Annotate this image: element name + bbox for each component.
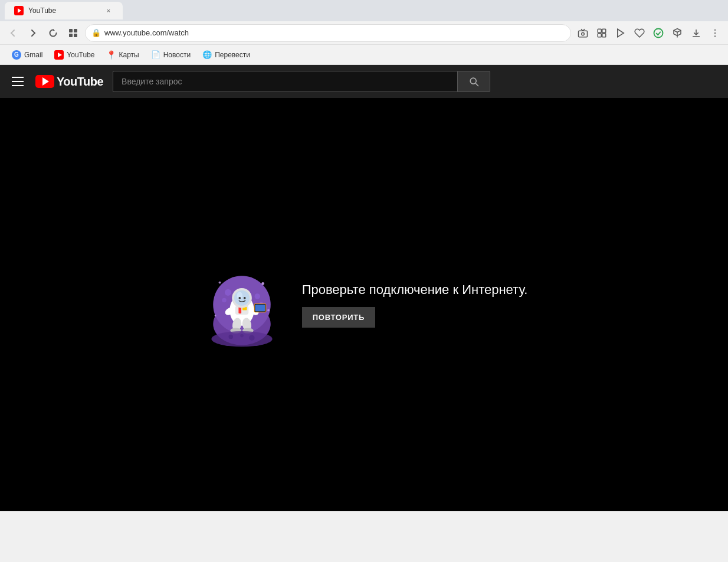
svg-rect-9: [598, 29, 601, 32]
youtube-search-input[interactable]: [113, 71, 457, 92]
error-container: Проверьте подключение к Интернету. ПОВТО…: [201, 260, 528, 349]
svg-point-39: [238, 297, 241, 299]
svg-point-30: [267, 309, 270, 312]
svg-point-29: [261, 282, 264, 285]
news-favicon: 📄: [151, 50, 160, 60]
error-text-block: Проверьте подключение к Интернету. ПОВТО…: [302, 282, 528, 328]
svg-point-24: [225, 289, 231, 296]
tab-favicon: [14, 6, 24, 15]
camera-icon-button[interactable]: [575, 25, 591, 41]
youtube-logo-text: YouTube: [57, 75, 103, 89]
hamburger-line-2: [12, 81, 24, 82]
youtube-logo-icon: [35, 75, 54, 88]
tab-title: YouTube: [28, 6, 56, 15]
svg-point-31: [214, 315, 216, 316]
browser-window: YouTube × 🔒: [0, 0, 728, 511]
tab-bar: YouTube ×: [0, 0, 728, 21]
svg-marker-13: [618, 29, 624, 37]
youtube-app: YouTube: [0, 65, 728, 511]
svg-line-17: [677, 30, 681, 32]
svg-point-52: [249, 335, 254, 341]
svg-point-51: [228, 335, 233, 339]
download-icon-button[interactable]: [688, 25, 704, 41]
heart-icon-button[interactable]: [631, 25, 648, 41]
svg-rect-5: [69, 34, 73, 37]
maps-favicon: 📍: [107, 50, 116, 60]
bookmark-news[interactable]: 📄 Новости: [146, 48, 195, 62]
bookmark-gmail[interactable]: G Gmail: [7, 48, 47, 62]
svg-point-26: [254, 293, 260, 299]
svg-line-16: [674, 30, 677, 32]
hamburger-line-1: [12, 77, 24, 78]
svg-rect-12: [602, 33, 606, 37]
svg-point-14: [654, 28, 663, 37]
back-button[interactable]: [5, 25, 21, 41]
bookmark-youtube-label: YouTube: [67, 51, 94, 59]
error-message: Проверьте подключение к Интернету.: [302, 282, 528, 298]
svg-rect-7: [579, 31, 588, 37]
youtube-favicon: [54, 50, 64, 60]
astronaut-illustration: [201, 260, 283, 349]
bookmarks-bar: G Gmail YouTube 📍 Карты 📄 Новости 🌐 Пере…: [0, 45, 728, 65]
yt-menu-button[interactable]: [9, 74, 26, 89]
youtube-search-button[interactable]: [457, 71, 490, 92]
extension-icon-button[interactable]: [593, 25, 610, 41]
svg-marker-2: [53, 29, 55, 31]
svg-rect-4: [74, 29, 77, 32]
browser-menu-button[interactable]: [707, 25, 723, 41]
forward-button[interactable]: [25, 25, 41, 41]
svg-rect-6: [74, 34, 77, 37]
svg-rect-45: [255, 305, 265, 311]
reload-button[interactable]: [45, 25, 61, 41]
svg-rect-11: [598, 33, 601, 37]
cube-icon-button[interactable]: [669, 25, 686, 41]
bookmark-maps-label: Карты: [119, 51, 139, 59]
search-icon: [468, 76, 480, 87]
check-icon-button[interactable]: [650, 25, 667, 41]
youtube-header: YouTube: [0, 65, 728, 98]
hamburger-line-3: [12, 85, 24, 86]
gmail-favicon: G: [12, 50, 21, 60]
bookmark-maps[interactable]: 📍 Карты: [102, 48, 144, 62]
bookmark-translate[interactable]: 🌐 Перевести: [198, 48, 255, 62]
svg-point-20: [714, 32, 716, 33]
lock-icon: 🔒: [91, 28, 101, 37]
tab-grid-button[interactable]: [65, 25, 81, 41]
toolbar-right-icons: [575, 25, 723, 41]
bookmark-translate-label: Перевести: [215, 51, 250, 59]
tab-close-button[interactable]: ×: [104, 6, 113, 15]
browser-toolbar: 🔒: [0, 21, 728, 45]
svg-point-25: [222, 298, 227, 303]
svg-point-53: [240, 334, 244, 338]
svg-point-19: [714, 29, 716, 30]
svg-point-50: [211, 331, 272, 347]
address-bar-input[interactable]: [104, 28, 565, 37]
youtube-search-wrap: [113, 71, 490, 92]
svg-point-28: [218, 282, 221, 284]
svg-rect-10: [602, 29, 606, 32]
svg-rect-3: [69, 29, 73, 32]
svg-point-40: [243, 297, 245, 299]
svg-point-8: [582, 32, 585, 35]
translate-favicon: 🌐: [202, 50, 212, 60]
bookmark-news-label: Новости: [163, 51, 191, 59]
bookmark-gmail-label: Gmail: [24, 51, 42, 59]
bookmark-youtube[interactable]: YouTube: [50, 48, 99, 62]
svg-point-21: [714, 35, 716, 37]
address-bar-container: 🔒: [85, 24, 571, 42]
active-tab[interactable]: YouTube ×: [5, 2, 123, 19]
youtube-logo[interactable]: YouTube: [35, 75, 103, 89]
youtube-content: Проверьте подключение к Интернету. ПОВТО…: [0, 98, 728, 511]
retry-button[interactable]: ПОВТОРИТЬ: [302, 307, 376, 328]
run-icon-button[interactable]: [612, 25, 629, 41]
